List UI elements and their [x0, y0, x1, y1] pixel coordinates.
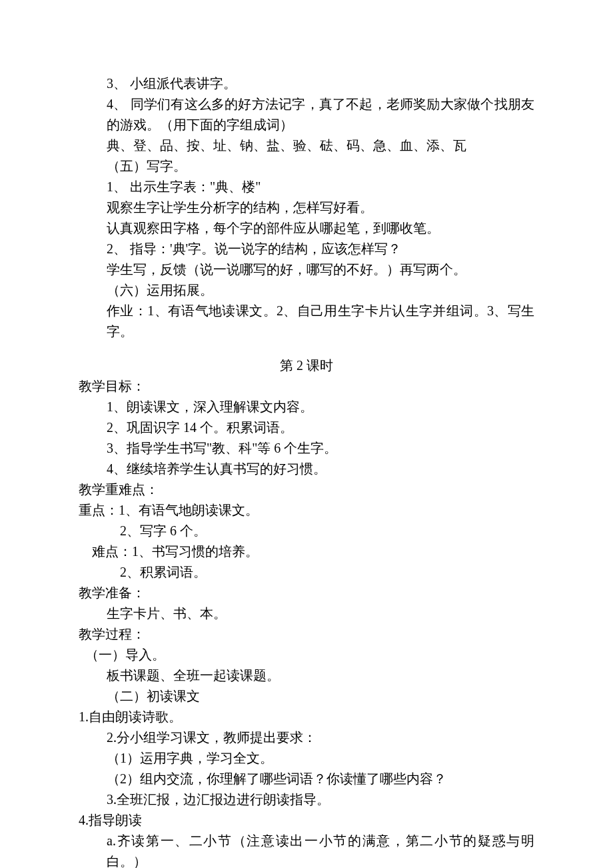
- process-step: （一）导入。: [79, 645, 534, 665]
- process-item: 4.指导朗读: [79, 810, 534, 831]
- line-item: 1、 出示生字表："典、楼": [79, 177, 534, 197]
- line-item: 观察生字让学生分析字的结构，怎样写好看。: [79, 197, 534, 218]
- line-item: 学生写，反馈（说一说哪写的好，哪写的不好。）再写两个。: [79, 259, 534, 280]
- line-item: 认真观察田字格，每个字的部件应从哪起笔，到哪收笔。: [79, 218, 534, 239]
- goal-item: 4、继续培养学生认真书写的好习惯。: [79, 459, 534, 479]
- process-item: 3.全班汇报，边汇报边进行朗读指导。: [79, 789, 534, 810]
- goal-item: 3、指导学生书写"教、科"等 6 个生字。: [79, 438, 534, 459]
- process-item: （2）组内交流，你理解了哪些词语？你读懂了哪些内容？: [79, 769, 534, 789]
- reading-item: a.齐读第一、二小节（注意读出一小节的满意，第二小节的疑惑与明白。）: [79, 831, 534, 868]
- line-item: 2、 指导：'典'字。说一说字的结构，应该怎样写？: [79, 239, 534, 259]
- prep-item: 生字卡片、书、本。: [79, 603, 534, 624]
- process-item: 1.自由朗读诗歌。: [79, 707, 534, 727]
- process-item: 2.分小组学习课文，教师提出要求：: [79, 727, 534, 748]
- goal-item: 2、巩固识字 14 个。积累词语。: [79, 417, 534, 438]
- line-item: 作业：1、有语气地读课文。2、自己用生字卡片认生字并组词。3、写生字。: [79, 301, 534, 342]
- heading-focus: 教学重难点：: [79, 479, 534, 500]
- difficulty-item: 难点：1、书写习惯的培养。: [79, 541, 534, 562]
- section-title: 第 2 课时: [79, 355, 534, 376]
- heading-process: 教学过程：: [79, 624, 534, 645]
- heading-goals: 教学目标：: [79, 376, 534, 397]
- line-item: 3、 小组派代表讲字。: [79, 73, 534, 94]
- line-item: 典、登、品、按、址、钠、盐、验、砝、码、急、血、添、瓦: [79, 135, 534, 156]
- process-step: （二）初读课文: [79, 686, 534, 707]
- focus-item: 重点：1、有语气地朗读课文。: [79, 500, 534, 521]
- difficulty-item: 2、积累词语。: [79, 562, 534, 583]
- line-item: 4、 同学们有这么多的好方法记字，真了不起，老师奖励大家做个找朋友的游戏。（用下…: [79, 94, 534, 135]
- heading-prep: 教学准备：: [79, 583, 534, 603]
- process-item: （1）运用字典，学习全文。: [79, 748, 534, 769]
- focus-item: 2、写字 6 个。: [79, 521, 534, 541]
- process-item: 板书课题、全班一起读课题。: [79, 665, 534, 686]
- line-item: （六）运用拓展。: [79, 280, 534, 301]
- goal-item: 1、朗读课文，深入理解课文内容。: [79, 397, 534, 417]
- line-item: （五）写字。: [79, 156, 534, 177]
